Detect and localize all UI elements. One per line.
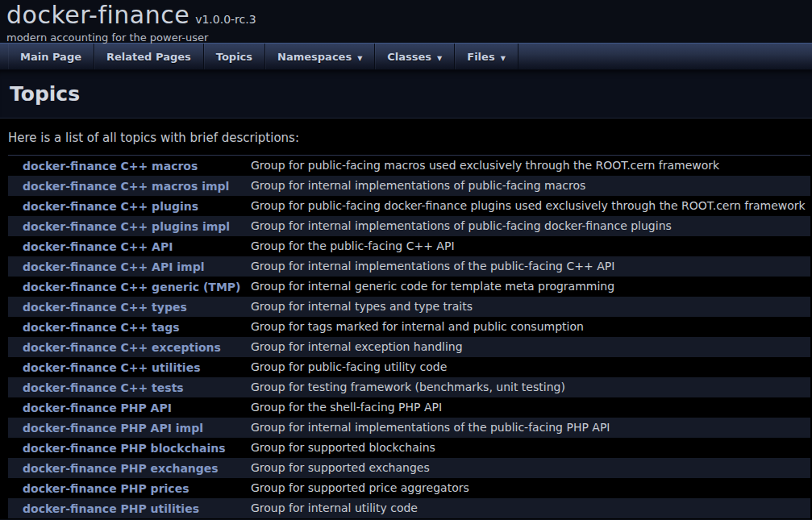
topic-description: Group for supported exchanges <box>251 458 810 478</box>
topic-description: Group for testing framework (benchmarks,… <box>251 377 810 397</box>
project-version: v1.0.0-rc.3 <box>195 13 256 26</box>
topic-link[interactable]: docker-finance C++ utilities <box>23 361 201 374</box>
project-brief: modern accounting for the power-user <box>6 31 812 44</box>
nav-tab-label: Related Pages <box>106 51 191 63</box>
nav-tab-label: Main Page <box>20 51 81 63</box>
topic-link[interactable]: docker-finance C++ plugins <box>23 200 198 213</box>
page-title: Topics <box>10 82 812 106</box>
table-row: docker-finance C++ macros impl Group for… <box>8 176 810 196</box>
table-row: docker-finance C++ macros Group for publ… <box>8 156 810 176</box>
table-row: docker-finance C++ tags Group for tags m… <box>8 317 810 337</box>
topic-link[interactable]: docker-finance PHP exchanges <box>23 462 219 475</box>
nav-tab-label: Namespaces <box>277 51 352 63</box>
topic-link[interactable]: docker-finance C++ generic (TMP) <box>23 281 241 293</box>
project-name: docker-finance <box>6 1 189 29</box>
table-row: docker-finance C++ API impl Group for in… <box>8 256 810 277</box>
topic-description: Group for supported blockchains <box>251 438 810 458</box>
topic-link[interactable]: docker-finance C++ API <box>23 240 173 253</box>
topic-description: Group for internal generic code for temp… <box>251 277 810 297</box>
chevron-down-icon: ▼ <box>437 55 442 62</box>
nav-tab-list: Main Page Related Pages Topics Namespace… <box>8 44 812 69</box>
topic-link[interactable]: docker-finance PHP API impl <box>23 422 203 435</box>
topic-description: Group for tags marked for internal and p… <box>251 317 810 337</box>
topic-link[interactable]: docker-finance C++ tags <box>23 321 180 334</box>
intro-text: Here is a list of all topics with brief … <box>0 119 812 145</box>
table-row: docker-finance PHP exchanges Group for s… <box>8 458 810 478</box>
nav-tab-main-page[interactable]: Main Page <box>8 44 94 69</box>
topics-table: docker-finance C++ macros Group for publ… <box>8 155 810 518</box>
topic-link[interactable]: docker-finance C++ plugins impl <box>23 220 230 233</box>
topic-link[interactable]: docker-finance C++ macros impl <box>23 180 229 193</box>
nav-tab-label: Topics <box>216 51 252 63</box>
table-row: docker-finance C++ plugins Group for pub… <box>8 196 810 216</box>
topic-description: Group for internal implementations of pu… <box>251 176 810 196</box>
topic-link[interactable]: docker-finance PHP prices <box>23 482 189 495</box>
nav-tab-files[interactable]: Files▼ <box>455 44 518 69</box>
topic-link[interactable]: docker-finance C++ API impl <box>23 260 205 273</box>
table-row: docker-finance PHP blockchains Group for… <box>8 438 810 458</box>
topic-link[interactable]: docker-finance PHP utilities <box>23 502 199 515</box>
contents: Here is a list of all topics with brief … <box>0 119 812 519</box>
topic-description: Group for supported price aggregators <box>251 478 810 498</box>
topic-description: Group for internal implementations of pu… <box>251 216 810 236</box>
topic-description: Group for the public-facing C++ API <box>251 236 810 256</box>
chevron-down-icon: ▼ <box>357 55 362 62</box>
table-row: docker-finance C++ types Group for inter… <box>8 297 810 317</box>
table-row: docker-finance PHP utilities Group for i… <box>8 498 810 518</box>
table-row: docker-finance C++ plugins impl Group fo… <box>8 216 810 236</box>
table-row: docker-finance PHP API impl Group for in… <box>8 418 810 438</box>
table-row: docker-finance C++ API Group for the pub… <box>8 236 810 256</box>
nav-tab-label: Files <box>467 51 494 63</box>
table-row: docker-finance PHP API Group for the she… <box>8 397 810 418</box>
topic-link[interactable]: docker-finance PHP blockchains <box>23 442 225 455</box>
table-row: docker-finance C++ utilities Group for p… <box>8 357 810 377</box>
nav-tab-topics[interactable]: Topics <box>204 44 265 69</box>
topic-description: Group for public-facing macros used excl… <box>251 156 810 176</box>
topic-description: Group for public-facing docker-finance p… <box>251 196 810 216</box>
topic-link[interactable]: docker-finance C++ macros <box>23 160 198 173</box>
main-nav: Main Page Related Pages Topics Namespace… <box>0 43 812 70</box>
topic-link[interactable]: docker-finance C++ tests <box>23 381 184 394</box>
topic-description: Group for internal utility code <box>251 498 810 518</box>
topic-description: Group for public-facing utility code <box>251 357 810 377</box>
chevron-down-icon: ▼ <box>501 55 506 62</box>
topic-link[interactable]: docker-finance PHP API <box>23 401 172 414</box>
topic-link[interactable]: docker-finance C++ types <box>23 301 187 314</box>
topic-description: Group for internal implementations of th… <box>251 418 810 438</box>
topic-link[interactable]: docker-finance C++ exceptions <box>23 341 221 354</box>
table-row: docker-finance C++ exceptions Group for … <box>8 337 810 357</box>
nav-tab-related-pages[interactable]: Related Pages <box>94 44 204 69</box>
topic-description: Group for internal implementations of th… <box>251 256 810 277</box>
nav-tab-label: Classes <box>387 51 431 63</box>
topic-description: Group for internal exception handling <box>251 337 810 357</box>
table-row: docker-finance PHP prices Group for supp… <box>8 478 810 498</box>
nav-tab-namespaces[interactable]: Namespaces▼ <box>265 44 375 69</box>
topic-description: Group for the shell-facing PHP API <box>251 397 810 418</box>
page-header: Topics <box>0 70 812 119</box>
nav-tab-classes[interactable]: Classes▼ <box>375 44 455 69</box>
title-area: docker-financev1.0.0-rc.3 modern account… <box>0 0 812 43</box>
table-row: docker-finance C++ tests Group for testi… <box>8 377 810 397</box>
topic-description: Group for internal types and type traits <box>251 297 810 317</box>
table-row: docker-finance C++ generic (TMP) Group f… <box>8 277 810 297</box>
